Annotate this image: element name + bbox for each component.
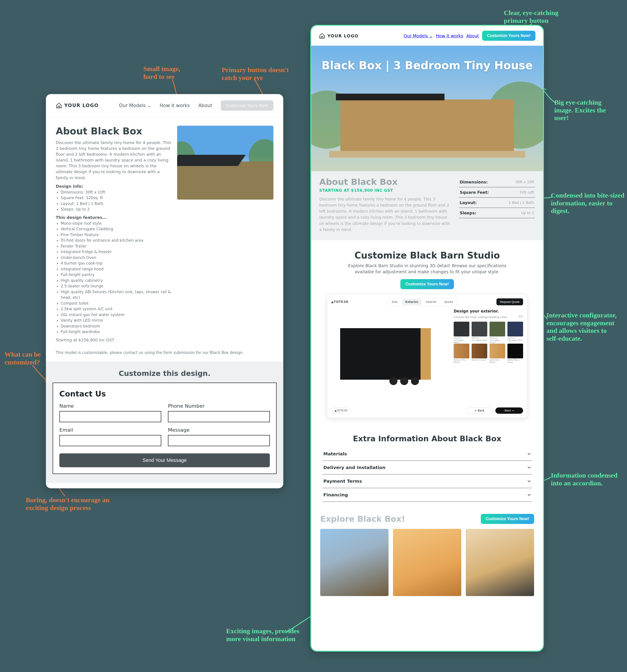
chevron-down-icon bbox=[527, 452, 531, 456]
cfg-step-count: 2/7 bbox=[519, 315, 523, 318]
cfg-panel-heading: Design your exterior. bbox=[454, 309, 523, 313]
annotation-boring-form: Boring, doesn't encourage an exciting de… bbox=[26, 496, 109, 512]
input-phone[interactable] bbox=[168, 411, 270, 422]
list-item: 2.5kw split system A/C unit bbox=[61, 306, 171, 312]
nav-models[interactable]: Our Models ⌄ bbox=[404, 33, 433, 38]
cfg-tab[interactable]: Quote bbox=[441, 299, 456, 305]
list-item: Downstairs bedroom bbox=[61, 323, 171, 329]
list-item: Sleeps: Up to 2 bbox=[61, 207, 171, 212]
chevron-down-icon: ⌄ bbox=[429, 33, 433, 38]
list-item: Vanity with LED mirror bbox=[61, 318, 171, 323]
request-quote-button[interactable]: Request Quote bbox=[497, 298, 523, 305]
about-heading: About Black Box bbox=[56, 126, 171, 137]
left-design-mock: YOUR LOGO Our Models ⌄ How it works Abou… bbox=[46, 94, 283, 488]
cta-button-dull[interactable]: Customize Yours Now! bbox=[221, 100, 273, 111]
cfg-tab[interactable]: Exterior bbox=[402, 299, 421, 305]
cfg-3d-viewer[interactable] bbox=[331, 308, 450, 404]
cfg-next-button[interactable]: Next → bbox=[495, 407, 523, 414]
swatch[interactable]: Light Oak Board bbox=[489, 344, 505, 363]
submit-button[interactable]: Send Your Message bbox=[59, 453, 270, 467]
list-item: Square Feet: 320sq. ft bbox=[61, 195, 171, 201]
input-email[interactable] bbox=[59, 435, 161, 446]
swatch[interactable]: Natural Pine Board bbox=[454, 344, 469, 363]
swatch[interactable]: Vertical Corrugate Green bbox=[489, 322, 505, 341]
price-tag: STARTING AT $156,900 INC GST bbox=[319, 188, 453, 193]
cta-button-customize[interactable]: Customize Yours Now! bbox=[401, 279, 454, 289]
list-item: 20L instant gas hot water system bbox=[61, 312, 171, 318]
price-line: Starting at $156,900 inc GST bbox=[56, 338, 171, 342]
navbar: YOUR LOGO Our Models ⌄ How it works Abou… bbox=[311, 26, 543, 46]
spec-row: Square Feet:320 sqft bbox=[459, 187, 535, 197]
design-info-label: Design info: bbox=[56, 184, 171, 189]
list-item: Fender Trailer bbox=[61, 243, 171, 249]
gallery-image[interactable] bbox=[320, 529, 388, 596]
nav-about[interactable]: About bbox=[198, 103, 212, 108]
accordion: MaterialsDelivery and InstallationPaymen… bbox=[322, 447, 532, 502]
accordion-row[interactable]: Materials bbox=[322, 447, 532, 460]
cfg-back-button[interactable]: ← Back bbox=[465, 407, 493, 414]
nav-models[interactable]: Our Models ⌄ bbox=[119, 103, 151, 108]
customize-heading: Customize this design. bbox=[53, 369, 276, 378]
logo: YOUR LOGO bbox=[319, 33, 359, 39]
cta-button-primary[interactable]: Customize Yours Now! bbox=[482, 31, 535, 41]
cfg-tab[interactable]: Size bbox=[388, 299, 401, 305]
features-list: Mono-slope roof styleVertical Corrugate … bbox=[61, 221, 171, 335]
chevron-down-icon bbox=[527, 466, 531, 469]
gallery-image[interactable] bbox=[393, 529, 461, 596]
navbar: YOUR LOGO Our Models ⌄ How it works Abou… bbox=[46, 94, 283, 117]
about-section: About Black Box STARTING AT $156,900 INC… bbox=[311, 171, 543, 240]
swatch[interactable]: Matte Black Panel bbox=[507, 344, 523, 363]
label-phone: Phone Number bbox=[168, 403, 270, 409]
house-icon bbox=[319, 33, 325, 39]
swatch[interactable]: Vertical Corrugate Black bbox=[454, 322, 469, 341]
list-item: High quality ABI fixtures (Kitchen sink,… bbox=[61, 289, 171, 301]
spec-row: Layout:1 Bed | 1 Bath bbox=[459, 197, 535, 208]
input-name[interactable] bbox=[59, 411, 161, 422]
swatch-grid: Vertical Corrugate BlackVertical Corruga… bbox=[454, 322, 523, 363]
cfg-tabs: SizeExteriorInteriorQuote bbox=[388, 298, 457, 306]
about-paragraph: Discover the ultimate family tiny home f… bbox=[319, 196, 453, 233]
cfg-tab[interactable]: Interior bbox=[423, 299, 439, 305]
right-design-mock: YOUR LOGO Our Models ⌄ How it works Abou… bbox=[311, 26, 543, 651]
list-item: Under-bench Oven bbox=[61, 255, 171, 261]
gallery-image[interactable] bbox=[466, 529, 534, 596]
accordion-row[interactable]: Financing bbox=[322, 488, 532, 502]
accordion-row[interactable]: Delivery and Installation bbox=[322, 461, 532, 474]
list-item: Layout: 1 Bed | 1 Bath bbox=[61, 201, 171, 207]
list-item: Integrated range hood bbox=[61, 266, 171, 272]
annotation-accordion: Information condensed into an accordion. bbox=[551, 472, 618, 487]
customize-note: This model is customizable, please conta… bbox=[56, 350, 273, 355]
explore-heading: Explore Black Box! bbox=[320, 514, 405, 524]
annotation-dull-button: Primary button doesn't catch your eye bbox=[222, 66, 289, 81]
contact-heading: Contact Us bbox=[59, 389, 270, 398]
house-icon bbox=[56, 102, 62, 109]
nav-how[interactable]: How it works bbox=[436, 33, 463, 38]
list-item: Dimensions: 30ft x 10ft bbox=[61, 190, 171, 195]
cfg-brand: ▲TOTE3D bbox=[331, 300, 348, 304]
label-name: Name bbox=[59, 403, 161, 409]
list-item: Pine Timber Feature bbox=[61, 232, 171, 238]
product-image-small bbox=[177, 126, 273, 199]
annotation-small-image: Small image, hard to see bbox=[143, 65, 180, 80]
swatch[interactable]: Vertical Corrugate Blue bbox=[507, 322, 523, 341]
cta-button-explore[interactable]: Customize Yours Now! bbox=[481, 514, 534, 524]
chevron-down-icon: ⌄ bbox=[147, 103, 151, 108]
configurator: ▲TOTE3D SizeExteriorInteriorQuote Reques… bbox=[327, 294, 527, 418]
spec-row: Sleeps:Up to 2 bbox=[459, 208, 535, 218]
about-heading: About Black Box bbox=[319, 177, 453, 187]
accordion-row[interactable]: Payment Terms bbox=[322, 475, 532, 488]
nav-about[interactable]: About bbox=[466, 33, 479, 38]
extra-info-heading: Extra Information About Black Box bbox=[322, 434, 532, 443]
list-item: Mono-slope roof style bbox=[61, 221, 171, 226]
nav-how[interactable]: How it works bbox=[160, 103, 190, 108]
input-message[interactable] bbox=[168, 435, 270, 446]
chevron-down-icon bbox=[527, 493, 531, 497]
cfg-footer-brand: ▲TOTE3D bbox=[331, 408, 351, 413]
swatch[interactable]: Vertical Corrugate Dark bbox=[472, 322, 487, 341]
list-item: Full-height pantry bbox=[61, 272, 171, 278]
list-item: 2.5 seater sofa lounge bbox=[61, 283, 171, 289]
label-message: Message bbox=[168, 427, 270, 433]
spec-row: Dimensions:30ft x 10ft bbox=[459, 177, 535, 187]
swatch[interactable]: Stained Cedar bbox=[472, 344, 487, 363]
annotation-condensed: Condensed into bite-sized information, e… bbox=[551, 192, 627, 215]
